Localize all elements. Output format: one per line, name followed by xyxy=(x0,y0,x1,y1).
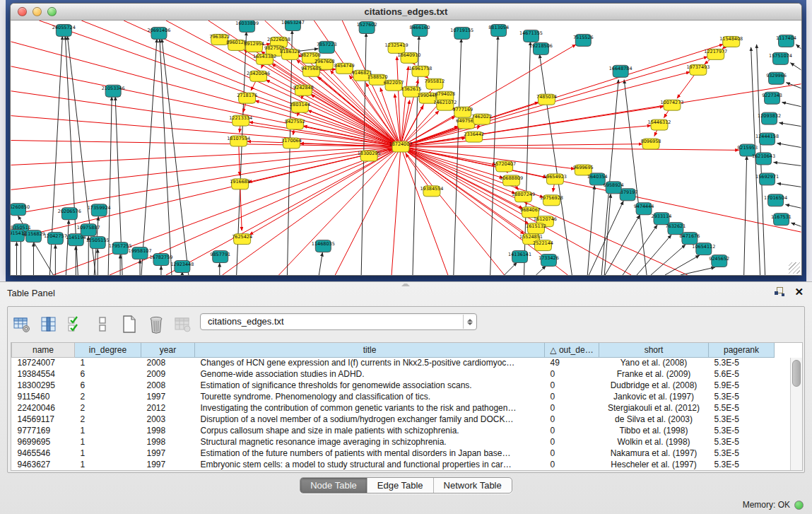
graph-node[interactable]: 17359924 xyxy=(88,204,111,216)
table-cell[interactable]: 0 xyxy=(545,380,599,391)
graph-edge[interactable] xyxy=(505,262,517,275)
graph-node[interactable]: 19737493 xyxy=(686,64,710,75)
graph-edge[interactable] xyxy=(11,147,401,165)
column-header-year[interactable]: year xyxy=(141,343,195,357)
table-row[interactable]: 977716911998Corpus callosum shape and si… xyxy=(12,425,775,436)
table-cell[interactable]: 5.6E-5 xyxy=(709,368,775,380)
canvas-resize-grip[interactable] xyxy=(789,262,800,274)
graph-node[interactable]: 15692971 xyxy=(755,173,779,185)
window-titlebar[interactable]: citations_edges.txt xyxy=(11,4,801,21)
table-cell[interactable]: Structural magnetic resonance image aver… xyxy=(195,436,545,448)
table-cell[interactable]: 0 xyxy=(545,391,599,402)
graph-edge[interactable] xyxy=(651,245,686,275)
graph-node[interactable]: 7857223 xyxy=(317,41,337,53)
graph-edge[interactable] xyxy=(401,147,505,275)
table-cell[interactable]: 5.3E-5 xyxy=(709,448,775,459)
tab-network-table[interactable]: Network Table xyxy=(434,478,512,493)
table-cell[interactable]: Tourette syndrome. Phenomenology and cla… xyxy=(195,391,545,402)
graph-edge[interactable] xyxy=(392,147,401,275)
table-cell[interactable]: Disruption of a novel member of a sodium… xyxy=(195,414,545,425)
graph-node[interactable]: 10719155 xyxy=(450,27,473,39)
graph-node[interactable]: 15720407 xyxy=(493,161,516,172)
table-cell[interactable]: 2008 xyxy=(141,357,195,368)
table-cell[interactable]: Genome-wide association studies in ADHD. xyxy=(195,368,545,380)
graph-edge[interactable] xyxy=(623,225,657,275)
graph-edge[interactable] xyxy=(681,267,715,275)
graph-node[interactable]: 2718176 xyxy=(237,93,257,103)
graph-node[interactable]: 21053346 xyxy=(102,85,125,97)
graph-node[interactable]: 16033809 xyxy=(235,21,259,32)
table-cell[interactable]: 5.3E-5 xyxy=(709,459,775,470)
graph-node[interactable]: 15446312 xyxy=(648,119,671,130)
table-cell[interactable]: 2009 xyxy=(141,368,195,380)
graph-node[interactable]: 18807249 xyxy=(512,192,535,202)
table-cell[interactable]: 0 xyxy=(545,459,599,470)
table-cell[interactable]: de Silva et al. (2003) xyxy=(599,414,709,425)
graph-node[interactable]: 9329966 xyxy=(766,72,787,84)
graph-edge[interactable] xyxy=(401,144,642,147)
graph-edge[interactable] xyxy=(536,266,546,275)
graph-node[interactable]: 12325419 xyxy=(385,42,408,53)
graph-node[interactable]: 18724007 xyxy=(389,141,413,152)
table-cell[interactable]: 5.3E-5 xyxy=(709,414,775,425)
graph-node[interactable]: 20206576 xyxy=(58,208,81,220)
table-cell[interactable]: Nakamura et al. (1997) xyxy=(599,448,709,459)
graph-edge[interactable] xyxy=(11,141,401,147)
column-header-name[interactable]: name xyxy=(12,343,75,357)
graph-node[interactable]: 11156829 xyxy=(22,230,45,243)
table-cell[interactable]: 2 xyxy=(75,391,141,402)
graph-node[interactable]: 12042757 xyxy=(44,233,67,245)
graph-node[interactable]: 24055724 xyxy=(52,24,76,36)
graph-node[interactable]: 1733426 xyxy=(539,255,559,267)
table-cell[interactable]: 19384554 xyxy=(12,368,75,380)
table-cell[interactable]: Corpus callosum shape and size in male p… xyxy=(195,425,545,436)
graph-node[interactable]: 18107554 xyxy=(227,136,250,146)
table-cell[interactable]: 14569117 xyxy=(12,414,75,425)
show-columns-icon[interactable] xyxy=(39,314,59,335)
graph-node[interactable]: 19654923 xyxy=(543,174,567,185)
table-cell[interactable]: 5.5E-5 xyxy=(709,402,775,414)
table-cell[interactable]: 0 xyxy=(545,368,599,380)
graph-node[interactable]: 11468035 xyxy=(312,240,335,252)
table-cell[interactable]: 0 xyxy=(545,436,599,448)
table-cell[interactable]: 5.3E-5 xyxy=(709,425,775,436)
graph-node[interactable]: 8096958 xyxy=(641,139,661,149)
table-cell[interactable]: 9463627 xyxy=(12,459,75,470)
table-cell[interactable]: 5.9E-5 xyxy=(709,380,775,391)
table-row[interactable]: 1872400712008Changes of HCN gene express… xyxy=(12,357,775,368)
graph-edge[interactable] xyxy=(774,162,801,165)
table-cell[interactable]: 0 xyxy=(545,425,599,436)
table-scrollbar-thumb[interactable] xyxy=(792,360,801,387)
graph-node[interactable]: 25260850 xyxy=(11,204,30,216)
graph-node[interactable]: 19384554 xyxy=(420,186,443,197)
table-cell[interactable]: Hescheler et al. (1997) xyxy=(599,459,709,470)
graph-node[interactable]: 12213334 xyxy=(229,115,252,126)
network-canvas[interactable]: 1872400779638228960128891295425226058982… xyxy=(11,21,801,275)
table-cell[interactable]: 2 xyxy=(75,402,141,414)
graph-node[interactable]: 7485034 xyxy=(536,94,557,105)
column-header-pagerank[interactable]: pagerank xyxy=(709,343,775,357)
graph-edge[interactable] xyxy=(782,103,801,107)
minimize-window-button[interactable] xyxy=(33,7,42,16)
graph-edge[interactable] xyxy=(490,36,498,275)
table-cell[interactable]: 1 xyxy=(75,459,141,470)
table-settings-icon[interactable] xyxy=(12,314,32,335)
graph-edge[interactable] xyxy=(66,220,69,275)
graph-node[interactable]: 1527602 xyxy=(357,21,377,33)
graph-edge[interactable] xyxy=(786,204,801,208)
graph-node[interactable]: 8427552 xyxy=(285,119,305,129)
graph-node[interactable]: 8471676 xyxy=(679,233,700,245)
table-row[interactable]: 946362711997Embryonic stem cells: a mode… xyxy=(12,459,775,470)
table-cell[interactable]: 1998 xyxy=(141,425,195,436)
table-scrollbar[interactable] xyxy=(790,358,802,471)
memory-ok-indicator[interactable] xyxy=(794,501,804,510)
graph-node[interactable]: 6958924 xyxy=(604,182,624,194)
table-cell[interactable]: 9777169 xyxy=(12,425,75,436)
graph-edge[interactable] xyxy=(308,110,401,146)
graph-node[interactable]: 9227343 xyxy=(762,92,782,104)
graph-node[interactable]: 12505155 xyxy=(86,237,110,249)
close-window-button[interactable] xyxy=(18,7,27,16)
table-cell[interactable]: 18724007 xyxy=(12,357,75,368)
graph-edge[interactable] xyxy=(777,144,801,148)
table-row[interactable]: 911546021997Tourette syndrome. Phenomeno… xyxy=(12,391,775,402)
